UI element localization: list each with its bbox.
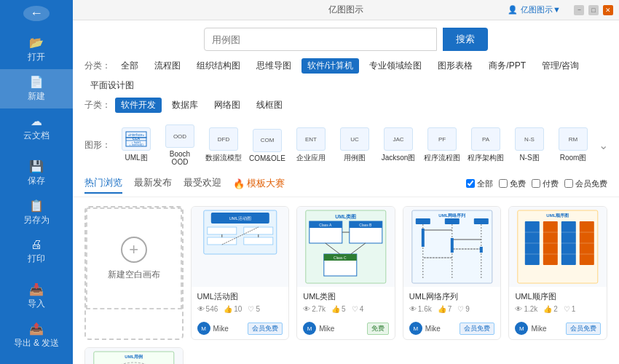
filter-business[interactable]: 商务/PPT [483,58,532,74]
check-paid[interactable]: 付费 [532,178,559,189]
shape-uml[interactable]: «interface» CLA + field1 + method() UML图 [118,127,154,163]
check-all[interactable]: 全部 [466,178,493,189]
card-uml-class-info: UML类图 👁 2.7k 👍 5 ♡ 4 [297,287,395,319]
views-icon: 👁 [303,305,310,313]
sidebar: ← 📂 打开 📄 新建 ☁ 云文档 💾 保存 📋 另存为 🖨 打印 📥 导入 📤… [0,0,73,364]
save-icon: 💾 [29,159,44,173]
shape-filter-row: 图形： «interface» CLA + field1 + method() … [73,122,619,170]
filter-software[interactable]: 软件/计算机 [301,58,359,74]
filter-all[interactable]: 全部 [115,58,144,74]
sidebar-item-save[interactable]: 💾 保存 [0,154,73,193]
sidebar-item-import[interactable]: 📥 导入 [0,277,73,316]
favs-icon: ♡ [457,305,464,313]
views-icon: 👁 [515,305,522,313]
export-icon: 📤 [29,322,44,336]
shape-ns[interactable]: N-S N-S图 [511,127,548,163]
author-name: Mike [425,325,441,333]
tab-template[interactable]: 🔥 模板大赛 [233,177,285,190]
filter-mind[interactable]: 思维导图 [251,58,297,74]
new-canvas-plus: + [121,237,147,263]
shape-jackson-icon: JAC [384,127,413,151]
views-icon: 👁 [409,305,417,313]
shape-room[interactable]: RM Room图 [555,127,591,163]
card-uml-sequence[interactable]: UML网络序列 [403,206,502,340]
check-paid-input[interactable] [532,179,540,188]
svg-text:CLA: CLA [133,136,141,141]
sidebar-item-cloud[interactable]: ☁ 云文档 [0,108,73,148]
sidebar-item-open[interactable]: 📂 打开 [0,30,73,69]
shape-room-icon: RM [559,127,588,151]
card-uml-gantt[interactable]: UML顺序图 UML顺序图 [508,206,607,340]
search-input[interactable] [204,28,437,51]
filter-table[interactable]: 图形表格 [432,58,478,74]
stat-likes: 👍 2 [543,305,558,313]
search-button[interactable]: 搜索 [443,28,488,51]
card-uml-activity-footer: M Mike 会员免费 [192,319,289,339]
svg-rect-12 [243,227,272,234]
card-badge: 会员免费 [566,323,601,335]
tab-hot[interactable]: 热门浏览 [84,173,122,194]
sidebar-item-close[interactable]: ✕ 关闭 [0,355,73,364]
check-free[interactable]: 免费 [499,178,526,189]
shape-booch[interactable]: OOD Booch OOD [162,124,198,166]
cards-area: + 新建空白画布 UML活动图 [73,197,619,364]
filter-software-dev[interactable]: 软件开发 [115,98,162,113]
filter-management[interactable]: 管理/咨询 [536,58,585,74]
stat-views: 👁 1.2k [515,305,537,313]
likes-icon: 👍 [543,305,552,313]
shape-architecture[interactable]: PA 程序架构图 [468,127,504,163]
sidebar-saveas-label: 另存为 [23,214,50,226]
card-uml-activity-stats: 👁 546 👍 10 ♡ 5 [197,305,283,313]
check-free-input[interactable] [499,179,508,188]
subtype-filter-row: 子类： 软件开发 数据库 网络图 线框图 [84,98,607,113]
filter-flowchart[interactable]: 流程图 [149,58,186,74]
card-uml-class-stats: 👁 2.7k 👍 5 ♡ 4 [303,305,389,313]
filter-wireframe[interactable]: 线框图 [251,98,288,113]
shape-dataflow-icon: DFD [209,127,238,151]
user-name[interactable]: 亿图图示▼ [521,4,561,15]
svg-rect-44 [451,238,454,253]
card-uml-example[interactable]: UML用例 用例1 用例2 用例3 [84,347,184,364]
window-close-button[interactable]: ✕ [603,5,613,15]
filter-org[interactable]: 组织结构图 [191,58,246,74]
tab-latest[interactable]: 最新发布 [134,173,172,194]
sidebar-item-print[interactable]: 🖨 打印 [0,232,73,271]
check-member-free-input[interactable] [564,179,573,188]
svg-text:Class B: Class B [359,223,372,227]
check-all-input[interactable] [466,179,475,188]
shape-usecase[interactable]: UC 用例图 [336,127,373,163]
sidebar-item-saveas[interactable]: 📋 另存为 [0,193,73,232]
filter-network[interactable]: 网络图 [208,98,246,113]
likes-val: 7 [448,305,452,313]
shape-jackson[interactable]: JAC Jackson图 [380,127,417,163]
filter-specialized[interactable]: 专业领域绘图 [363,58,427,74]
shape-dataflow[interactable]: DFD 数据流模型 [205,127,242,163]
sidebar-item-new[interactable]: 📄 新建 [0,69,73,108]
card-author: M Mike [197,322,229,335]
avatar: M [197,322,210,335]
check-member-free[interactable]: 会员免费 [564,178,607,189]
new-canvas-card[interactable]: + 新建空白画布 [84,206,184,340]
sidebar-export-label: 导出 & 发送 [14,337,60,349]
plus-icon: + [129,240,138,259]
card-uml-class[interactable]: UML类图 Class A Class B Class C [296,206,395,340]
tab-popular[interactable]: 最受欢迎 [184,173,221,194]
new-canvas-thumb[interactable]: + 新建空白画布 [86,207,182,309]
shape-com[interactable]: COM COM&OLE [249,129,285,162]
shape-programflow[interactable]: PF 程序流程图 [424,127,460,163]
card-author: M Mike [303,322,334,335]
check-all-label: 全部 [477,178,493,189]
filter-flat[interactable]: 平面设计图 [84,78,140,93]
shape-more-button[interactable]: ⌄ [599,138,608,153]
maximize-button[interactable]: □ [588,5,599,15]
minimize-button[interactable]: － [574,5,584,15]
filter-database[interactable]: 数据库 [166,98,204,113]
stat-views: 👁 2.7k [303,305,326,313]
stat-favs: ♡ 5 [248,305,260,313]
card-uml-activity[interactable]: UML活动图 UML活动图 👁 5 [191,206,290,340]
back-button[interactable]: ← [23,6,50,21]
shape-label: 图形： [84,139,111,151]
card-uml-sequence-thumb: UML网络序列 [403,207,501,287]
sidebar-item-export[interactable]: 📤 导出 & 发送 [0,316,73,355]
shape-enterprise[interactable]: ENT 企业应用 [293,127,329,163]
